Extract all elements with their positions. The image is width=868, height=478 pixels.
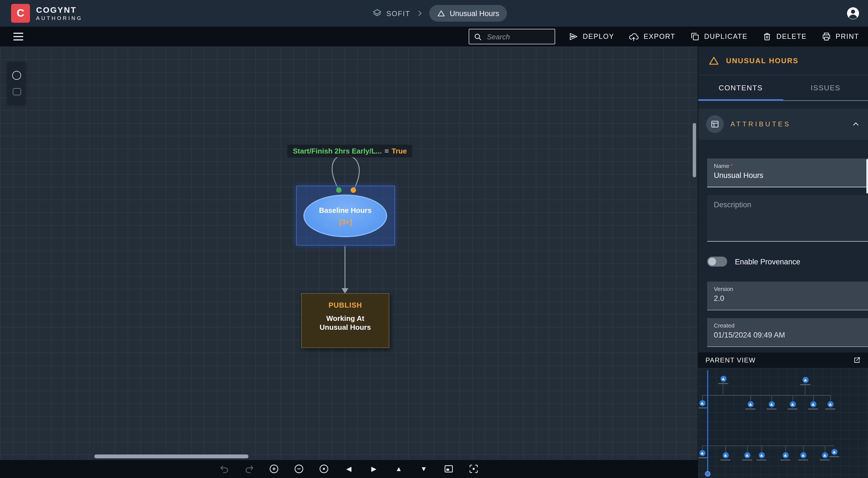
open-in-new-icon[interactable] xyxy=(853,356,861,364)
created-field: Created 01/15/2024 09:49 AM xyxy=(707,318,868,347)
node-count-badge: [3+] xyxy=(339,217,352,226)
fit-view-button[interactable] xyxy=(443,463,455,475)
cloud-export-icon xyxy=(629,31,639,42)
required-asterisk: * xyxy=(731,162,733,169)
panel-title: UNUSUAL HOURS xyxy=(726,57,799,65)
app-window: C COGYNT AUTHORING SOFIT Unusual Hours xyxy=(0,0,868,478)
breadcrumb: SOFIT Unusual Hours xyxy=(372,0,507,27)
node-title: Baseline Hours xyxy=(319,206,371,214)
mini-node xyxy=(698,400,709,408)
parent-view-title: PARENT VIEW xyxy=(706,356,756,364)
mini-node xyxy=(755,452,768,460)
action-buttons: DEPLOY EXPORT DUPLICATE DELETE PRINT xyxy=(568,27,859,46)
canvas-toolbar: ◀ ▶ ▲ ▼ xyxy=(0,460,698,478)
tab-issues-label: ISSUES xyxy=(811,84,840,92)
toggle-knob xyxy=(708,258,716,266)
mini-node xyxy=(717,376,730,384)
cogynt-logo[interactable]: C xyxy=(11,4,30,23)
breadcrumb-parent[interactable]: SOFIT xyxy=(372,8,410,18)
version-value: 2.0 xyxy=(714,294,861,303)
name-field[interactable]: Name* Unusual Hours xyxy=(707,159,868,187)
deploy-button[interactable]: DEPLOY xyxy=(568,32,614,41)
panel-header: UNUSUAL HOURS xyxy=(698,46,868,75)
pan-down-button[interactable]: ▼ xyxy=(418,463,430,475)
zoom-out-button[interactable] xyxy=(293,463,305,475)
user-avatar-icon[interactable] xyxy=(846,6,860,21)
pattern-triangle-icon xyxy=(708,55,719,66)
delete-button[interactable]: DELETE xyxy=(762,32,807,41)
pan-up-button[interactable]: ▲ xyxy=(393,463,405,475)
attributes-section-header[interactable]: ATTRIBUTES xyxy=(698,109,868,140)
search-box[interactable] xyxy=(469,29,555,44)
printer-icon xyxy=(821,32,831,41)
chevron-right-icon xyxy=(416,9,424,17)
created-label: Created xyxy=(714,322,861,329)
baseline-hours-node[interactable]: Baseline Hours [3+] xyxy=(303,195,387,237)
undo-button[interactable] xyxy=(218,463,230,475)
focus-selection-button[interactable] xyxy=(468,463,479,475)
mini-node xyxy=(806,401,820,410)
horizontal-scrollbar[interactable] xyxy=(94,454,248,458)
redo-button[interactable] xyxy=(243,463,255,475)
search-input[interactable] xyxy=(486,32,547,41)
search-icon xyxy=(474,32,482,41)
export-button[interactable]: EXPORT xyxy=(629,31,675,42)
app-title: COGYNT AUTHORING xyxy=(36,5,83,21)
details-panel: UNUSUAL HOURS CONTENTS ISSUES ATTRIBUTES… xyxy=(698,46,868,478)
hamburger-menu-icon[interactable] xyxy=(13,33,23,40)
circle-shape-tool[interactable] xyxy=(12,71,21,79)
rectangle-shape-tool[interactable] xyxy=(12,89,21,96)
send-icon xyxy=(568,32,578,41)
pattern-triangle-icon xyxy=(437,9,445,18)
mini-node xyxy=(744,401,757,410)
trash-icon xyxy=(762,32,772,41)
panel-tabs: CONTENTS ISSUES xyxy=(698,75,868,101)
created-value: 01/15/2024 09:49 AM xyxy=(714,331,861,339)
collapse-chevron-icon[interactable] xyxy=(851,120,860,129)
action-toolbar: DEPLOY EXPORT DUPLICATE DELETE PRINT xyxy=(0,27,868,46)
reset-zoom-button[interactable] xyxy=(318,463,330,475)
zoom-in-button[interactable] xyxy=(268,463,280,475)
mini-node xyxy=(779,452,792,460)
breadcrumb-parent-label: SOFIT xyxy=(386,9,410,18)
pan-left-button[interactable]: ◀ xyxy=(343,463,355,475)
logo-letter: C xyxy=(17,7,24,20)
pan-right-button[interactable]: ▶ xyxy=(368,463,380,475)
tab-contents-label: CONTENTS xyxy=(719,84,763,92)
publish-node[interactable]: PUBLISH Working At Unusual Hours xyxy=(301,293,389,348)
mini-node xyxy=(719,452,732,460)
attributes-title: ATTRIBUTES xyxy=(731,120,791,128)
mini-node xyxy=(786,401,799,410)
duplicate-button[interactable]: DUPLICATE xyxy=(690,32,747,41)
breadcrumb-current-chip[interactable]: Unusual Hours xyxy=(429,5,507,22)
minimap-selected-dot xyxy=(705,471,711,476)
duplicate-label: DUPLICATE xyxy=(704,33,747,40)
publish-title: PUBLISH xyxy=(328,301,362,309)
enable-provenance-toggle[interactable] xyxy=(707,257,727,267)
edge-condition-text: Start/Finish 2hrs Early/L... xyxy=(293,147,382,155)
mini-node xyxy=(797,452,810,460)
selected-node-container[interactable]: Baseline Hours [3+] xyxy=(296,186,395,245)
description-field[interactable]: Description xyxy=(707,195,868,242)
diagram-canvas[interactable]: Start/Finish 2hrs Early/L... = True Base… xyxy=(0,46,698,478)
mini-node xyxy=(799,377,812,385)
mini-node xyxy=(740,452,754,460)
name-value: Unusual Hours xyxy=(714,171,861,179)
print-button[interactable]: PRINT xyxy=(821,32,859,41)
tab-contents[interactable]: CONTENTS xyxy=(698,75,783,100)
tab-issues[interactable]: ISSUES xyxy=(783,75,868,100)
breadcrumb-current-label: Unusual Hours xyxy=(450,9,499,18)
edge-condition-label[interactable]: Start/Finish 2hrs Early/L... = True xyxy=(287,145,412,158)
green-port-dot[interactable] xyxy=(336,187,342,193)
attributes-icon xyxy=(706,115,724,133)
vertical-scrollbar[interactable] xyxy=(693,123,696,177)
mini-node xyxy=(824,401,837,410)
provenance-label: Enable Provenance xyxy=(735,258,800,266)
orange-port-dot[interactable] xyxy=(350,187,356,193)
parent-view-minimap[interactable] xyxy=(698,368,868,478)
provenance-toggle-row: Enable Provenance xyxy=(707,253,859,270)
app-title-line2: AUTHORING xyxy=(36,15,83,21)
mini-node xyxy=(828,449,841,457)
panel-scrollbar[interactable] xyxy=(866,159,868,194)
mini-node xyxy=(765,401,778,410)
